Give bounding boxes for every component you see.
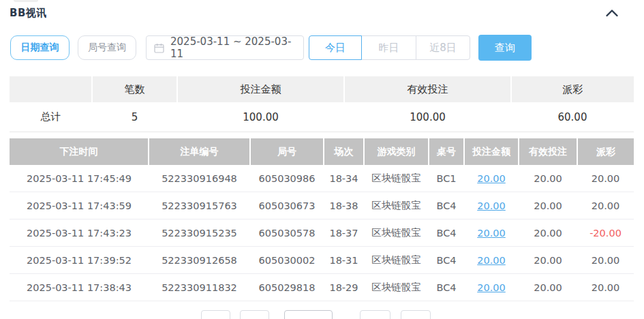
bet-amount-link[interactable]: 20.00 bbox=[477, 282, 506, 293]
pagination-page-select[interactable] bbox=[284, 310, 333, 319]
summary-table: 笔数 投注金额 有效投注 派彩 总计 5 100.00 100.00 60.00 bbox=[10, 76, 634, 132]
col-bet-id: 注单编号 bbox=[149, 138, 250, 165]
col-bet-time: 下注时间 bbox=[10, 138, 149, 165]
quick-range-yesterday-button[interactable]: 昨日 bbox=[361, 35, 416, 60]
table-row: 2025-03-11 17:39:52522330912658605030002… bbox=[10, 247, 634, 274]
summary-total-label: 总计 bbox=[10, 102, 92, 132]
bet-amount-link[interactable]: 20.00 bbox=[477, 200, 506, 211]
table-row: 2025-03-11 17:43:23522330915235605030578… bbox=[10, 219, 634, 247]
records-body: 2025-03-11 17:45:49522330916948605030986… bbox=[10, 165, 634, 301]
col-table-no: 桌号 bbox=[429, 138, 464, 165]
summary-total-bet-amount: 100.00 bbox=[177, 102, 344, 132]
bet-amount-link[interactable]: 20.00 bbox=[477, 255, 506, 266]
bet-amount-link[interactable]: 20.00 bbox=[477, 173, 506, 184]
col-bet-amount: 投注金额 bbox=[464, 138, 519, 165]
col-payout: 派彩 bbox=[577, 138, 634, 165]
quick-range-today-button[interactable]: 今日 bbox=[309, 35, 362, 60]
search-button[interactable]: 查询 bbox=[478, 35, 532, 61]
col-session: 场次 bbox=[324, 138, 364, 165]
tab-date-query[interactable]: 日期查询 bbox=[10, 35, 70, 60]
collapse-panel-button[interactable] bbox=[603, 7, 621, 19]
records-table: 下注时间 注单编号 局号 场次 游戏类别 桌号 投注金额 有效投注 派彩 202… bbox=[10, 138, 634, 301]
summary-col-empty bbox=[10, 76, 92, 102]
summary-total-payout: 60.00 bbox=[511, 102, 634, 132]
summary-total-count: 5 bbox=[92, 102, 177, 132]
pagination-first-page-button[interactable] bbox=[201, 310, 230, 319]
date-range-picker[interactable]: 2025-03-11 ~ 2025-03-11 bbox=[146, 35, 304, 60]
clipped-element-remnant bbox=[14, 0, 38, 2]
summary-total-valid-bet: 100.00 bbox=[344, 102, 511, 132]
records-header-row: 下注时间 注单编号 局号 场次 游戏类别 桌号 投注金额 有效投注 派彩 bbox=[10, 138, 634, 165]
pagination-next-page-button[interactable] bbox=[360, 310, 390, 319]
pagination-prev-page-button[interactable] bbox=[240, 310, 269, 319]
calendar-icon bbox=[154, 43, 164, 53]
table-row: 2025-03-11 17:45:49522330916948605030986… bbox=[10, 165, 634, 192]
summary-col-valid-bet: 有效投注 bbox=[344, 76, 511, 102]
table-row: 2025-03-11 17:43:59522330915763605030673… bbox=[10, 192, 634, 219]
col-game-type: 游戏类别 bbox=[364, 138, 429, 165]
pagination-last-page-button[interactable] bbox=[401, 310, 431, 319]
summary-header-row: 笔数 投注金额 有效投注 派彩 bbox=[10, 76, 634, 102]
summary-col-count: 笔数 bbox=[92, 76, 177, 102]
tab-round-query[interactable]: 局号查询 bbox=[78, 35, 136, 60]
summary-col-payout: 派彩 bbox=[511, 76, 634, 102]
bet-amount-link[interactable]: 20.00 bbox=[477, 228, 506, 239]
table-row: 2025-03-11 17:38:43522330911832605029818… bbox=[10, 274, 634, 301]
col-round-no: 局号 bbox=[250, 138, 324, 165]
col-valid-bet: 有效投注 bbox=[519, 138, 577, 165]
date-range-value: 2025-03-11 ~ 2025-03-11 bbox=[170, 35, 303, 60]
chevron-up-icon bbox=[605, 9, 619, 17]
page-title: BB视讯 bbox=[10, 7, 47, 20]
summary-total-row: 总计 5 100.00 100.00 60.00 bbox=[10, 102, 634, 132]
quick-range-last8days-button[interactable]: 近8日 bbox=[416, 35, 470, 60]
summary-col-bet-amount: 投注金额 bbox=[177, 76, 344, 102]
